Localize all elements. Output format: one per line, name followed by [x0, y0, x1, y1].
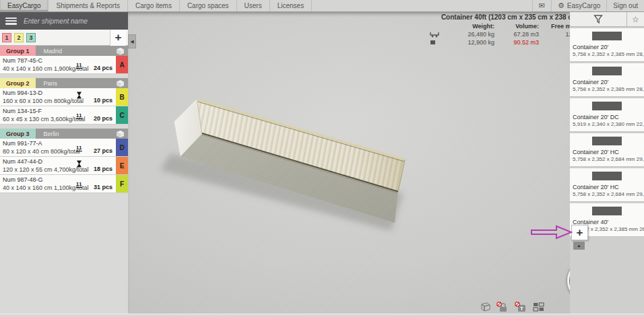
- container-type-card[interactable]: Container 20' HC 5,758 x 2,352 x 2,684 m…: [570, 168, 644, 202]
- group-load-cube-icon[interactable]: [116, 79, 125, 87]
- item-letter-badge: E: [116, 157, 128, 174]
- stacking-limit-icon: [76, 145, 82, 151]
- container-dimensions: 5,758 x 2,352 x 2,385 mm 28,200: [573, 86, 644, 92]
- capacity-volume: 67.28 m3: [494, 30, 539, 38]
- container-dimensions: 5,758 x 2,352 x 2,684 mm 29,200: [573, 191, 644, 197]
- group-header[interactable]: Group 3 Berlin: [0, 129, 128, 139]
- item-pieces-count: 31 pcs: [94, 184, 112, 190]
- hourglass-icon: [76, 92, 82, 99]
- item-pieces-count: 10 pcs: [94, 97, 112, 104]
- menu-tab-easycargo[interactable]: EasyCargo: [0, 0, 49, 11]
- filter-funnel-icon: [593, 15, 603, 24]
- group-load-cube-icon[interactable]: [116, 47, 125, 55]
- bottom-status-bar: [0, 314, 644, 317]
- lock-slash-icon: [496, 302, 508, 312]
- stacking-limit-icon: [76, 182, 82, 188]
- container-thumbnail: [592, 67, 622, 75]
- container-name: Container 20': [573, 79, 644, 85]
- container-thumbnail: [592, 207, 622, 215]
- top-menubar: EasyCargo Shipments & Reports Cargo item…: [0, 0, 644, 12]
- shipment-tab-3[interactable]: 3: [26, 33, 36, 42]
- add-shipment-tab-button[interactable]: +: [110, 30, 126, 46]
- volume-column-header: Volume:: [494, 22, 539, 30]
- container-thumbnail: [592, 102, 622, 110]
- weight-column-header: Weight:: [443, 22, 494, 30]
- gear-icon: ⚙: [558, 1, 565, 10]
- container-name: Container 20' HC: [573, 149, 644, 155]
- labels-disabled-button[interactable]: T: [513, 301, 527, 312]
- filter-button[interactable]: [570, 12, 626, 26]
- container-thumbnail: [592, 32, 622, 40]
- container-type-card[interactable]: Container 20' 5,758 x 2,352 x 2,385 mm 2…: [570, 28, 644, 62]
- text-label-slash-icon: T: [515, 302, 526, 312]
- item-number: Num 991-77-A: [3, 140, 113, 147]
- menu-tab-cargo-items[interactable]: Cargo items: [128, 0, 180, 11]
- shipment-tab-2[interactable]: 2: [14, 33, 24, 42]
- menu-tab-cargo-spaces[interactable]: Cargo spaces: [180, 0, 237, 11]
- split-view-button[interactable]: [532, 301, 546, 312]
- cargo-group: Group 2 Paris Num 994-13-D 160 x 60 x 10…: [0, 78, 128, 125]
- cargo-item-row[interactable]: Num 447-44-D 120 x 120 x 55 cm 4,700kg/t…: [0, 157, 128, 175]
- cargo-group: Group 1 Madrid Num 787-45-C 40 x 140 x 1…: [0, 46, 128, 74]
- container-type-card[interactable]: Container 20' 5,758 x 2,352 x 2,385 mm 2…: [570, 63, 644, 97]
- cargo-icon: [430, 38, 443, 46]
- wireframe-cube-icon: [478, 302, 490, 312]
- group-header[interactable]: Group 1 Madrid: [0, 46, 128, 56]
- menu-tab-licenses[interactable]: Licenses: [270, 0, 312, 11]
- add-container-button[interactable]: +: [571, 225, 588, 240]
- 3d-viewport[interactable]: Container 40ft (1203 cm x 235 cm x 238 c…: [128, 12, 644, 314]
- item-pieces-count: 20 pcs: [94, 115, 112, 122]
- menubar-right: ✉ ⚙ EasyCargo Sign out: [532, 0, 644, 11]
- container-library-panel: ☆ Container 20' 5,758 x 2,352 x 2,385 mm…: [570, 12, 644, 314]
- favorites-button[interactable]: ☆: [626, 12, 644, 26]
- messages-button[interactable]: ✉: [532, 0, 551, 11]
- sidebar-collapse-button[interactable]: ◀: [128, 34, 136, 48]
- container-thumbnail: [592, 172, 622, 180]
- loaded-volume-overflow: 90.52 m3: [494, 38, 539, 46]
- menu-tab-users[interactable]: Users: [237, 0, 270, 11]
- container-dimensions: 5,919 x 2,340 x 2,380 mm 22,100: [573, 121, 644, 127]
- container-info-panel: Container 40ft (1203 cm x 235 cm x 238 c…: [430, 13, 591, 46]
- account-label: EasyCargo: [567, 2, 600, 9]
- group-destination-label: Berlin: [44, 131, 59, 137]
- account-menu[interactable]: ⚙ EasyCargo: [551, 0, 606, 11]
- shipment-header: [0, 12, 128, 30]
- container-thumbnail: [592, 137, 622, 145]
- cargo-sidebar: 1 2 3 + Group 1 Madrid: [0, 12, 128, 314]
- hamburger-menu-icon[interactable]: [5, 17, 17, 25]
- group-destination-label: Madrid: [44, 48, 63, 55]
- envelope-icon: ✉: [539, 1, 545, 10]
- container-type-card[interactable]: Container 20' HC 5,758 x 2,352 x 2,684 m…: [570, 133, 644, 167]
- container-capacity-icon: [430, 30, 443, 38]
- menu-tab-shipments-reports[interactable]: Shipments & Reports: [49, 0, 128, 11]
- cargo-item-row[interactable]: Num 991-77-A 80 x 120 x 40 cm 800kg/tota…: [0, 139, 128, 157]
- loaded-weight: 12,900 kg: [443, 38, 494, 46]
- item-number: Num 987-48-G: [3, 176, 113, 183]
- stacking-limit-icon: [76, 63, 82, 69]
- container-type-card[interactable]: Container 20' DC 5,919 x 2,340 x 2,380 m…: [570, 98, 644, 132]
- shipment-tab-1[interactable]: 1: [2, 33, 11, 42]
- shipment-name-input[interactable]: [24, 17, 123, 25]
- grid-view-icon: [533, 302, 544, 312]
- cargo-item-row[interactable]: Num 987-48-G 40 x 140 x 160 cm 1,100kg/t…: [0, 175, 128, 193]
- lock-disabled-button[interactable]: [495, 301, 509, 312]
- cargo-item-row[interactable]: Num 994-13-D 160 x 60 x 100 cm 800kg/tot…: [0, 88, 128, 106]
- sign-out-button[interactable]: Sign out: [606, 0, 644, 11]
- container-3d-render: [128, 12, 644, 314]
- item-number: Num 134-15-F: [3, 108, 113, 114]
- item-number: Num 447-44-D: [3, 158, 113, 165]
- item-letter-badge: B: [116, 88, 128, 106]
- cargo-item-row[interactable]: Num 787-45-C 40 x 140 x 160 cm 1,900kg/t…: [0, 56, 128, 74]
- item-pieces-count: 24 pcs: [94, 65, 112, 71]
- group-load-cube-icon[interactable]: [116, 130, 125, 138]
- container-name: Container 20' DC: [573, 114, 644, 120]
- item-letter-badge: D: [116, 139, 128, 156]
- item-letter-badge: C: [116, 106, 128, 124]
- cargo-item-row[interactable]: Num 134-15-F 60 x 45 x 130 cm 3,600kg/to…: [0, 106, 128, 125]
- wireframe-view-button[interactable]: [477, 301, 491, 312]
- scroll-up-button[interactable]: ▲: [573, 242, 585, 250]
- container-info-title: Container 40ft (1203 cm x 235 cm x 238 c…: [430, 13, 591, 21]
- group-header[interactable]: Group 2 Paris: [0, 78, 128, 88]
- shipment-tabs: 1 2 3 +: [0, 30, 128, 46]
- group-destination-label: Paris: [44, 80, 58, 87]
